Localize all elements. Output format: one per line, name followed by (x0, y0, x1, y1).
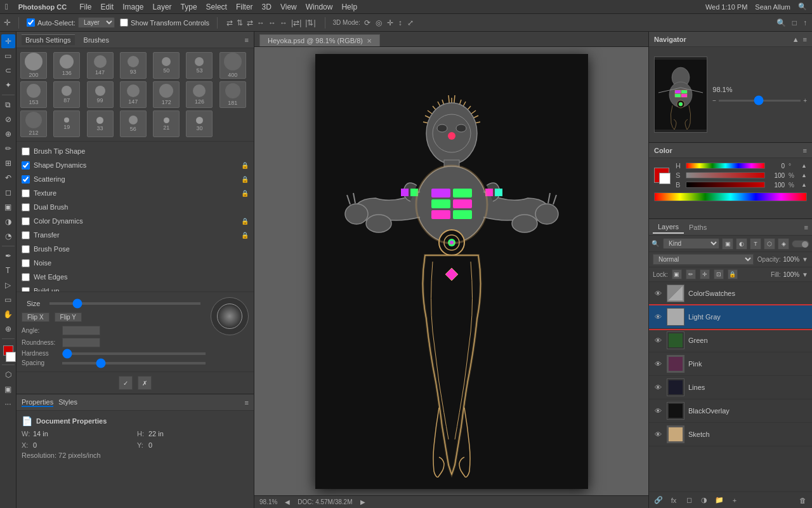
brush-preset-56[interactable]: 56 (120, 110, 147, 137)
setting-brush-tip[interactable]: Brush Tip Shape (16, 144, 254, 158)
flip-x-button[interactable]: Flip X (22, 312, 49, 322)
3d-pan-btn[interactable]: ✛ (386, 19, 395, 27)
layer-eye-pink[interactable]: 👁 (653, 359, 663, 369)
3d-scale-btn[interactable]: ⤢ (406, 19, 415, 27)
layer-effects-btn[interactable]: fx (668, 495, 679, 506)
layer-eye-lightgray[interactable]: 👁 (653, 312, 663, 322)
auto-select-dropdown[interactable]: Layer Group (78, 17, 115, 28)
filter-adjust-btn[interactable]: ◐ (736, 238, 747, 250)
menu-file[interactable]: File (79, 3, 91, 11)
hue-gradient-bar[interactable] (686, 163, 765, 169)
lock-icon-6[interactable]: 🔒 (241, 232, 249, 239)
fill-expand-icon[interactable]: ▼ (802, 271, 808, 278)
brush-preset-172[interactable]: 172 (153, 81, 180, 108)
auto-select-checkbox[interactable] (27, 18, 35, 27)
layer-eye-lines[interactable]: 👁 (653, 382, 663, 392)
shape-tool[interactable]: ▭ (1, 293, 15, 307)
brush-preset-212[interactable]: 212 (20, 110, 47, 137)
align-bottom-btn[interactable]: ⇄ (246, 19, 254, 27)
brush-preset-200[interactable]: 200 (20, 52, 47, 79)
navigator-menu-icon[interactable]: ≡ (803, 36, 807, 43)
setting-noise[interactable]: Noise (16, 256, 254, 270)
color-menu-icon[interactable]: ≡ (803, 147, 807, 154)
brush-preset-99[interactable]: 99 (87, 81, 114, 108)
styles-tab[interactable]: Styles (58, 398, 77, 407)
transform-controls-checkbox[interactable] (120, 18, 128, 27)
layer-row-lines[interactable]: 👁 Lines (649, 376, 812, 399)
filter-smart-btn[interactable]: ◈ (778, 238, 789, 250)
brush-preset-19[interactable]: 19 (53, 110, 80, 137)
setting-check-scattering[interactable] (22, 175, 30, 184)
menu-type[interactable]: Type (181, 3, 197, 11)
lock-icon-1[interactable]: 🔒 (241, 162, 249, 169)
dist-h-btn[interactable]: |⇄| (290, 19, 303, 27)
layer-row-lightgray[interactable]: 👁 Light Gray (649, 305, 812, 329)
link-layers-btn[interactable]: 🔗 (653, 495, 664, 506)
setting-check-dual-brush[interactable] (22, 203, 30, 211)
group-layers-btn[interactable]: 📁 (714, 495, 725, 506)
setting-color-dyn[interactable]: Color Dynamics 🔒 (16, 214, 254, 228)
brush-preset-33[interactable]: 33 (87, 110, 114, 137)
spectrum-bar[interactable] (654, 192, 807, 201)
lock-pixels-btn[interactable]: ▣ (672, 269, 682, 279)
setting-check-wet-edges[interactable] (22, 273, 30, 281)
pen-tool[interactable]: ✒ (1, 249, 15, 263)
align-top-btn[interactable]: ⇄ (225, 19, 234, 27)
search-btn[interactable]: 🔍 (775, 19, 787, 27)
path-select-tool[interactable]: ▷ (1, 278, 15, 292)
setting-check-buildup[interactable] (22, 287, 30, 292)
menu-select[interactable]: Select (206, 3, 227, 11)
setting-check-texture[interactable] (22, 189, 30, 197)
brush-preset-153[interactable]: 153 (20, 81, 47, 108)
setting-scattering[interactable]: Scattering 🔒 (16, 172, 254, 186)
dist-v-btn[interactable]: |⇅| (304, 19, 317, 27)
eraser-tool[interactable]: ◻ (1, 185, 15, 199)
quick-mask-tool[interactable]: ⬡ (1, 368, 15, 382)
setting-transfer[interactable]: Transfer 🔒 (16, 228, 254, 242)
zoom-tool[interactable]: ⊕ (1, 322, 15, 336)
spot-heal-tool[interactable]: ⊕ (1, 127, 15, 141)
layer-eye-blackoverlay[interactable]: 👁 (653, 406, 663, 416)
lock-icon-2[interactable]: 🔒 (241, 176, 249, 183)
move-tool[interactable]: ✛ (1, 34, 15, 48)
sat-expand-icon[interactable]: ▲ (801, 172, 807, 178)
menu-filter[interactable]: Filter (236, 3, 253, 11)
brush-settings-tab[interactable]: Brush Settings (22, 34, 75, 45)
check-action-btn[interactable]: ✓ (119, 376, 133, 390)
filter-type-btn[interactable]: T (750, 238, 761, 250)
screen-mode-tool[interactable]: ▣ (1, 382, 15, 396)
layer-row-sketch[interactable]: 👁 Sketch (649, 423, 812, 446)
share-btn[interactable]: ↑ (802, 19, 808, 27)
brush-preset-21[interactable]: 21 (153, 110, 180, 137)
size-slider[interactable] (49, 302, 200, 305)
lock-icon-3[interactable]: 🔒 (241, 190, 249, 197)
filter-pixel-btn[interactable]: ▣ (722, 238, 733, 250)
search-icon[interactable]: 🔍 (798, 3, 807, 11)
flip-y-button[interactable]: Flip Y (55, 312, 82, 322)
brush-preset-181[interactable]: 181 (219, 81, 246, 108)
layers-tab[interactable]: Layers (653, 221, 684, 234)
gradient-tool[interactable]: ▣ (1, 200, 15, 214)
menu-window[interactable]: Window (306, 3, 333, 11)
setting-check-brush-tip[interactable] (22, 147, 30, 156)
cancel-action-btn[interactable]: ✗ (138, 376, 152, 390)
lock-icon-5[interactable]: 🔒 (241, 218, 249, 225)
lock-paint-btn[interactable]: ✏ (686, 269, 696, 279)
eyedropper-tool[interactable]: ⊘ (1, 112, 15, 126)
history-brush-tool[interactable]: ↶ (1, 171, 15, 185)
brush-preset-136[interactable]: 136 (53, 52, 80, 79)
menu-image[interactable]: Image (122, 3, 143, 11)
menu-layer[interactable]: Layer (153, 3, 172, 11)
bri-expand-icon[interactable]: ▲ (801, 182, 807, 188)
brush-preset-93[interactable]: 93 (120, 52, 147, 79)
dodge-tool[interactable]: ◔ (1, 229, 15, 243)
blend-mode-select[interactable]: Normal Multiply Screen Overlay (653, 254, 754, 265)
filter-shape-btn[interactable]: ⬡ (764, 238, 775, 250)
setting-shape-dyn[interactable]: Shape Dynamics 🔒 (16, 158, 254, 172)
canvas-arrow-right[interactable]: ▶ (360, 498, 365, 505)
menu-3d[interactable]: 3D (262, 3, 272, 11)
layer-row-colorswatches[interactable]: 👁 ColorSwatches (649, 282, 812, 305)
setting-check-noise[interactable] (22, 259, 30, 267)
layer-row-blackoverlay[interactable]: 👁 BlackOverlay (649, 399, 812, 423)
setting-brush-pose[interactable]: Brush Pose (16, 242, 254, 256)
